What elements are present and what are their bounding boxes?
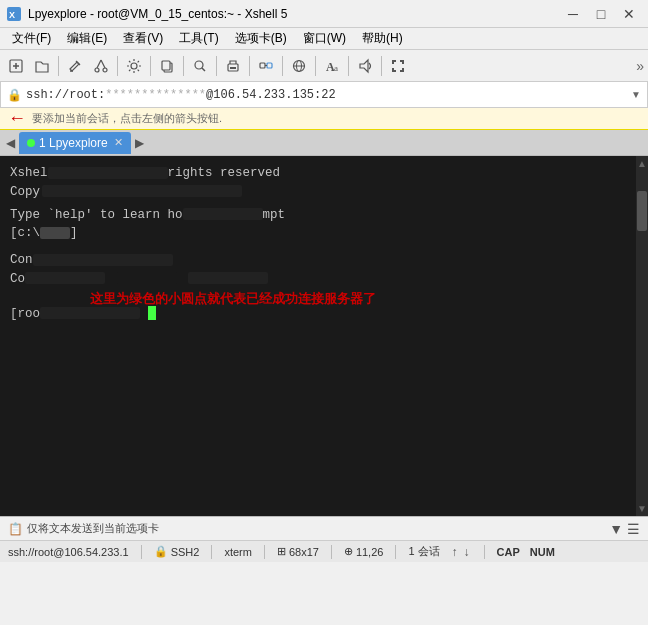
tab-bar: ◀ 1 Lpyexplore ✕ ▶ [0, 130, 648, 156]
settings-button[interactable] [122, 54, 146, 78]
menu-file[interactable]: 文件(F) [4, 28, 59, 49]
terminal-area[interactable]: Xshelrights reserved Copy Type `help' to… [0, 156, 648, 516]
terminal-scrollbar[interactable]: ▲ ▼ [636, 156, 648, 516]
toolbar-separator-1 [58, 56, 59, 76]
globe-button[interactable] [287, 54, 311, 78]
terminal-text-4b: mpt [263, 208, 286, 222]
terminal-text-2a: Copy [10, 185, 40, 199]
menu-tab[interactable]: 选项卡(B) [227, 28, 295, 49]
svg-point-14 [195, 61, 203, 69]
menu-help[interactable]: 帮助(H) [354, 28, 411, 49]
terminal-text-10a: [roo [10, 307, 40, 321]
font-button[interactable]: A a [320, 54, 344, 78]
send-menu-button[interactable]: ☰ [627, 521, 640, 537]
status-sep-2 [211, 545, 212, 559]
tab-next-button[interactable]: ▶ [131, 134, 148, 152]
menu-window[interactable]: 窗口(W) [295, 28, 354, 49]
terminal-text-1b: rights reserved [168, 166, 281, 180]
terminal-cursor [148, 306, 156, 320]
toolbar-separator-4 [183, 56, 184, 76]
status-host-text: ssh://root@106.54.233.1 [8, 546, 129, 558]
svg-point-9 [95, 68, 99, 72]
status-session-arrows: ↑ ↓ [450, 545, 472, 559]
svg-rect-18 [260, 63, 265, 68]
open-button[interactable] [30, 54, 54, 78]
svg-rect-17 [230, 67, 236, 69]
svg-line-8 [101, 60, 105, 68]
close-button[interactable]: ✕ [616, 4, 642, 24]
tab-close-button[interactable]: ✕ [114, 136, 123, 149]
copy-button[interactable] [155, 54, 179, 78]
terminal-content[interactable]: Xshelrights reserved Copy Type `help' to… [0, 156, 636, 516]
tab-label: 1 Lpyexplore [39, 136, 108, 150]
terminal-text-7a: Con [10, 253, 33, 267]
window-title: Lpyexplore - root@VM_0_15_centos:~ - Xsh… [28, 7, 560, 21]
app-icon: X [6, 6, 22, 22]
terminal-line-6 [10, 243, 626, 251]
status-sep-5 [395, 545, 396, 559]
cap-indicator: CAP [497, 546, 520, 558]
terminal-line-7: Con [10, 251, 626, 270]
address-dropdown-icon[interactable]: ▼ [631, 89, 641, 100]
scroll-down-button[interactable]: ▼ [636, 501, 648, 516]
svg-point-11 [131, 63, 137, 69]
terminal-line-9 [10, 289, 626, 305]
status-bar: ssh://root@106.54.233.1 🔒 SSH2 xterm ⊞ 6… [0, 540, 648, 562]
tab-area-wrapper: ◀ 1 Lpyexplore ✕ ▶ 这里为绿色的小圆点就代表已经成功连接服务器… [0, 130, 648, 156]
session-next-button[interactable]: ↓ [462, 545, 472, 559]
lock-small-icon: 🔒 [7, 88, 22, 102]
menu-tools[interactable]: 工具(T) [171, 28, 226, 49]
properties-button[interactable] [254, 54, 278, 78]
status-sep-1 [141, 545, 142, 559]
terminal-line-8: Co [10, 270, 626, 289]
sound-button[interactable] [353, 54, 377, 78]
status-dimensions: ⊞ 68x17 [277, 545, 319, 558]
scroll-up-button[interactable]: ▲ [636, 156, 648, 171]
fullscreen-button[interactable] [386, 54, 410, 78]
send-bar-actions: ▼ ☰ [609, 521, 640, 537]
address-masked: ************** [105, 88, 206, 102]
edit-button[interactable] [63, 54, 87, 78]
svg-line-15 [202, 68, 205, 71]
send-bar-label: 仅将文本发送到当前选项卡 [27, 521, 609, 536]
print-button[interactable] [221, 54, 245, 78]
hint-bar: ← 要添加当前会话，点击左侧的箭头按钮. [0, 108, 648, 130]
terminal-text-5b: ] [70, 226, 78, 240]
terminal-line-5: [c:\] [10, 224, 626, 243]
window-controls: ─ □ ✕ [560, 4, 642, 24]
svg-line-7 [97, 60, 101, 68]
address-suffix: @106.54.233.135:22 [206, 88, 336, 102]
address-text: ssh://root:**************@106.54.233.135… [26, 88, 631, 102]
new-session-button[interactable] [4, 54, 28, 78]
send-icon: 📋 [8, 522, 23, 536]
tab-prev-button[interactable]: ◀ [2, 134, 19, 152]
send-bar: 📋 仅将文本发送到当前选项卡 ▼ ☰ [0, 516, 648, 540]
status-encoding-text: xterm [224, 546, 252, 558]
status-protocol: 🔒 SSH2 [154, 545, 200, 558]
terminal-line-10: [roo [10, 305, 626, 324]
title-bar: X Lpyexplore - root@VM_0_15_centos:~ - X… [0, 0, 648, 28]
status-position-icon: ⊕ [344, 545, 353, 558]
search-button[interactable] [188, 54, 212, 78]
toolbar-more-icon[interactable]: » [636, 58, 644, 74]
menu-view[interactable]: 查看(V) [115, 28, 171, 49]
connection-status-dot [27, 139, 35, 147]
svg-point-10 [103, 68, 107, 72]
num-indicator: NUM [530, 546, 555, 558]
toolbar-separator-7 [282, 56, 283, 76]
svg-rect-19 [267, 63, 272, 68]
terminal-text-4a: Type `help' to learn ho [10, 208, 183, 222]
status-sep-6 [484, 545, 485, 559]
send-dropdown-button[interactable]: ▼ [609, 521, 623, 537]
scroll-thumb[interactable] [637, 191, 647, 231]
session-prev-button[interactable]: ↑ [450, 545, 460, 559]
minimize-button[interactable]: ─ [560, 4, 586, 24]
toolbar-separator-10 [381, 56, 382, 76]
menu-bar: 文件(F) 编辑(E) 查看(V) 工具(T) 选项卡(B) 窗口(W) 帮助(… [0, 28, 648, 50]
svg-marker-26 [360, 60, 368, 72]
cut-button[interactable] [89, 54, 113, 78]
menu-edit[interactable]: 编辑(E) [59, 28, 115, 49]
maximize-button[interactable]: □ [588, 4, 614, 24]
tab-1[interactable]: 1 Lpyexplore ✕ [19, 132, 131, 154]
terminal-text-1a: Xshel [10, 166, 48, 180]
